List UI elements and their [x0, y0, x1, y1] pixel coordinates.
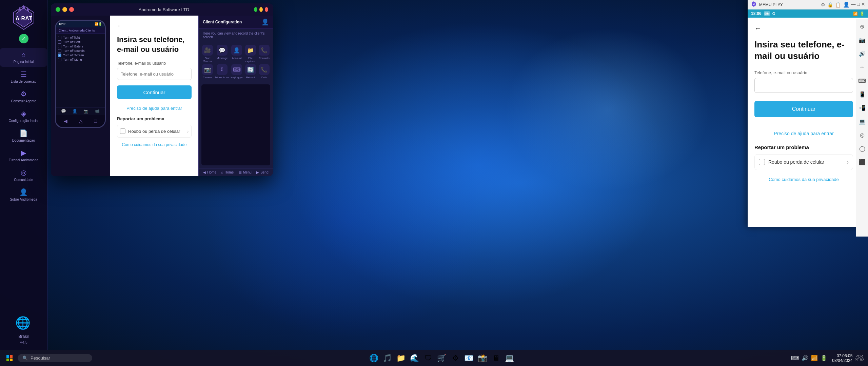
taskbar-app-terminal[interactable]: 💻 [504, 352, 516, 364]
rt-camera-icon[interactable]: 📷 [857, 35, 867, 45]
sidebar-item-about[interactable]: 👤 Sobre Andromeda [0, 185, 47, 204]
memu-settings-icon[interactable]: ⚙ [821, 2, 825, 7]
rt-volume-icon[interactable]: 🔊 [857, 49, 867, 58]
menu-item-3[interactable]: Turn off Sounds [58, 49, 103, 53]
memu-maximize-icon[interactable]: □ [857, 1, 860, 8]
login-input[interactable] [117, 68, 192, 80]
memu-privacy-link[interactable]: Como cuidamos da sua privacidade [754, 177, 853, 182]
rt-plus-icon[interactable]: ⊕ [857, 22, 867, 31]
start-button[interactable] [3, 351, 16, 365]
memu-screen-icon[interactable]: 📋 [835, 2, 841, 7]
menu-item-1[interactable]: Turn off Perfil [58, 40, 103, 44]
menu-item-0[interactable]: Turn off light [58, 36, 103, 39]
taskbar-app-files[interactable]: 📁 [395, 352, 407, 364]
action-message[interactable]: 💬 Message [215, 45, 229, 63]
sidebar-item-docs[interactable]: 📄 Documentação [0, 126, 47, 145]
menu-item-5[interactable]: Turn off Menu [58, 58, 103, 61]
close-button-right[interactable] [265, 7, 268, 12]
action-calls[interactable]: 📞 Calls [258, 64, 270, 79]
checkbox-5[interactable] [58, 58, 61, 61]
action-file-explorer[interactable]: 📁 File explorer [244, 45, 256, 63]
taskbar-app-music[interactable]: 🎵 [381, 352, 394, 364]
minimize-button-right[interactable] [259, 7, 263, 12]
nav-send[interactable]: ▶ Send [256, 170, 268, 174]
checkbox-1[interactable] [58, 40, 61, 44]
action-contacts[interactable]: 📞 Contacts [258, 45, 270, 63]
taskbar-app-settings[interactable]: ⚙ [449, 352, 461, 364]
memu-minimize-icon[interactable]: — [851, 1, 856, 8]
memu-login-input[interactable] [754, 78, 853, 93]
help-link[interactable]: Preciso de ajuda para entrar [117, 106, 192, 111]
nav-home-2[interactable]: ⌂ Home [221, 170, 234, 174]
sidebar-item-tutorial[interactable]: ▶ Tutorial Andromeda [0, 146, 47, 165]
taskbar-app-edge[interactable]: 🌊 [409, 352, 421, 364]
maximize-button-right[interactable] [254, 7, 257, 12]
checkbox-3[interactable] [58, 49, 61, 53]
maximize-button[interactable] [56, 7, 60, 12]
rt-ring-icon[interactable]: ◯ [857, 144, 867, 153]
taskbar-app-monitor[interactable]: 🖥 [490, 352, 502, 364]
person-icon[interactable]: 👤 [72, 109, 77, 114]
memu-continue-button[interactable]: Continuar [754, 101, 853, 117]
rt-square-icon[interactable]: ⬛ [857, 157, 867, 167]
memu-help-link[interactable]: Preciso de ajuda para entrar [754, 131, 853, 136]
memu-close-icon[interactable]: ✕ [861, 1, 865, 8]
taskbar-app-browser[interactable]: 🌐 [368, 352, 380, 364]
phone-menu-items: Turn off light Turn off Perfil Turn off … [56, 34, 105, 107]
action-start-screen[interactable]: 🎥 Start Screen [201, 45, 214, 63]
action-microphone[interactable]: 🎙 Microphone [215, 64, 229, 79]
rt-phone-icon[interactable]: 📱 [857, 89, 867, 99]
taskbar-app-mail[interactable]: 📧 [463, 352, 475, 364]
sidebar-item-home[interactable]: ⌂ Pagina Inicial [0, 48, 47, 67]
close-button[interactable] [69, 7, 74, 12]
taskbar-battery-icon[interactable]: 🔋 [821, 355, 827, 361]
taskbar-app-store[interactable]: 🛒 [436, 352, 448, 364]
camera-icon[interactable]: 📷 [83, 109, 88, 114]
action-camera[interactable]: 📷 Camera [201, 64, 214, 79]
rt-desktop-icon[interactable]: 💻 [857, 117, 867, 126]
taskbar-network-icon[interactable]: 📶 [811, 355, 818, 361]
minimize-button[interactable] [62, 7, 67, 12]
memu-back-button[interactable]: ← [754, 24, 853, 32]
menu-item-2[interactable]: Turn off Batery [58, 45, 103, 48]
taskbar-volume-icon[interactable]: 🔊 [802, 355, 808, 361]
report-checkbox[interactable] [120, 128, 125, 134]
report-item[interactable]: Roubo ou perda de celular › [117, 125, 192, 138]
action-reboot[interactable]: 🔄 Reboot [244, 64, 256, 79]
taskbar-app-photos[interactable]: 📸 [476, 352, 489, 364]
privacy-link[interactable]: Como cuidamos da sua privacidade [117, 142, 192, 147]
action-account[interactable]: 👤 Account [231, 45, 243, 63]
back-nav-icon[interactable]: ◀ [64, 118, 67, 124]
back-button[interactable]: ← [117, 22, 192, 29]
window-controls-right [254, 7, 268, 12]
memu-lock-icon[interactable]: 🔒 [827, 2, 833, 7]
rt-resize-icon[interactable]: ↔ [857, 62, 867, 72]
checkbox-0[interactable] [58, 36, 61, 39]
menu-item-4[interactable]: ✓ Turn off Screen [58, 54, 103, 57]
rt-circle-icon[interactable]: ◎ [857, 130, 867, 140]
nav-home-1[interactable]: ◀ Home [203, 170, 216, 174]
home-nav-icon[interactable]: △ [79, 118, 83, 124]
nav-menu[interactable]: ☰ Menu [239, 170, 252, 174]
checkbox-2[interactable] [58, 45, 61, 48]
memu-report-item[interactable]: Roubo ou perda de celular › [754, 154, 853, 170]
continue-button[interactable]: Continuar [117, 85, 192, 99]
config-bottom-nav: ◀ Home ⌂ Home ☰ Menu ▶ Send [199, 168, 273, 176]
sidebar-item-build[interactable]: ⚙ Construir Agente [0, 87, 47, 106]
sidebar-item-community[interactable]: ◎ Comunidade [0, 166, 47, 185]
rt-share-icon[interactable]: 📲 [857, 103, 867, 113]
rt-keyboard-icon[interactable]: ⌨ [857, 76, 867, 85]
msg-icon[interactable]: 💬 [61, 109, 66, 114]
taskbar-app-security[interactable]: 🛡 [422, 352, 434, 364]
action-keylogger[interactable]: ⌨ Keylogger [231, 64, 243, 79]
memu-report-checkbox[interactable] [759, 159, 765, 165]
sidebar-item-config[interactable]: ◈ Configuração Inicial [0, 107, 47, 126]
taskbar-keyboard-icon[interactable]: ⌨ [791, 355, 799, 361]
search-bar[interactable]: 🔍 Pesquisar [18, 354, 92, 362]
sidebar-item-connections[interactable]: ☰ Lista de conexão [0, 67, 47, 86]
recent-nav-icon[interactable]: □ [94, 118, 97, 124]
taskbar-clock-area[interactable]: 07:06:05 03/04/2024 [832, 353, 852, 363]
checkbox-4[interactable]: ✓ [58, 54, 61, 57]
memu-user-icon[interactable]: 👤 [843, 1, 850, 8]
video-icon[interactable]: 📹 [95, 109, 100, 114]
